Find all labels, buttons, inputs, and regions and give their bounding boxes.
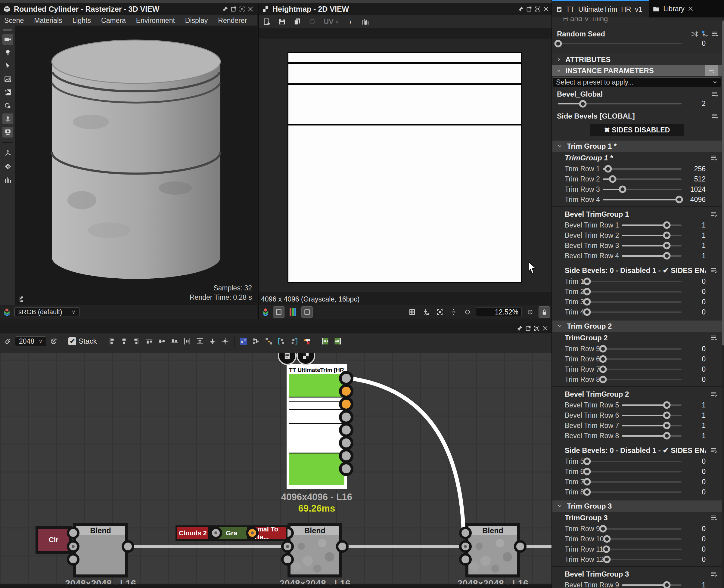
slider-track[interactable] <box>603 528 682 530</box>
stack-toggle[interactable]: ✔Stack <box>66 337 99 345</box>
align-bottom-icon[interactable] <box>169 336 180 346</box>
slider-track[interactable] <box>622 584 682 586</box>
histogram-icon[interactable] <box>2 174 13 185</box>
blend-output-connector[interactable] <box>514 540 526 553</box>
view2d-close-icon[interactable] <box>543 6 550 12</box>
graph-canvas[interactable]: TT UltimateTrim [HR] v1.14096x4096 - L16… <box>0 353 552 584</box>
attributes-section-header[interactable]: ATTRIBUTES <box>552 54 722 65</box>
zoom-out-icon[interactable] <box>462 307 473 317</box>
tt-output-connector-5[interactable] <box>339 423 353 437</box>
slider-handle[interactable] <box>663 242 670 250</box>
snap-grid-icon[interactable] <box>207 336 218 346</box>
align-left-icon[interactable] <box>106 336 117 346</box>
view3d-pin-icon[interactable] <box>222 6 228 12</box>
slider-track[interactable] <box>607 538 682 540</box>
frame-left-icon[interactable] <box>276 336 287 346</box>
slider-handle[interactable] <box>599 376 606 383</box>
slider-track[interactable] <box>603 178 682 180</box>
trim-group-header-1[interactable]: Trim Group 1 * <box>552 140 722 152</box>
tt-output-connector-6[interactable] <box>339 436 353 450</box>
menu-item-renderer[interactable]: Renderer <box>218 17 247 25</box>
slider-handle[interactable] <box>663 222 670 229</box>
colorspace-layers-icon[interactable] <box>261 308 270 317</box>
graph-maximize-icon[interactable] <box>534 325 540 332</box>
list-icon[interactable] <box>709 267 719 274</box>
trim-group-header-3[interactable]: Trim Group 3 <box>552 500 722 512</box>
blend-output-connector[interactable] <box>336 540 349 553</box>
slider-handle[interactable] <box>663 232 670 239</box>
camera-icon[interactable] <box>2 34 13 45</box>
blend-input-connector-3[interactable] <box>281 553 294 566</box>
slider-track[interactable] <box>603 189 682 190</box>
cursor-icon[interactable] <box>2 61 13 71</box>
slider-track[interactable] <box>587 291 682 293</box>
spheres-icon[interactable] <box>2 100 13 111</box>
bevel-global-slider[interactable]: 2 <box>552 99 722 110</box>
slider-handle[interactable] <box>583 468 591 476</box>
tt-output-connector-7[interactable] <box>339 449 353 463</box>
slider-track[interactable] <box>606 549 682 550</box>
blend-output-connector[interactable] <box>122 540 134 553</box>
slider-track[interactable] <box>587 461 682 462</box>
mini-node-bar[interactable]: Clouds 2Grarmal To He... <box>175 525 288 541</box>
slider-handle[interactable] <box>603 536 611 543</box>
view2d-titlebar[interactable]: Heightmap - 2D VIEW <box>258 3 553 15</box>
slider-track[interactable] <box>587 491 682 493</box>
graph-size-select[interactable]: 2048∨ <box>15 336 46 346</box>
menu-item-lights[interactable]: Lights <box>73 17 91 25</box>
menu-item-scene[interactable]: Scene <box>4 17 24 25</box>
environment-icon[interactable] <box>2 74 13 85</box>
graph-close-icon[interactable] <box>542 325 549 332</box>
slider-track[interactable] <box>603 168 682 170</box>
reroute-orange-icon[interactable] <box>263 336 274 346</box>
histogram-icon[interactable] <box>360 16 371 27</box>
slider-handle[interactable] <box>602 546 610 553</box>
slider-track[interactable] <box>622 425 682 426</box>
clr-node[interactable]: Clr <box>36 526 71 554</box>
node-preview-button[interactable] <box>296 353 315 365</box>
slider-handle[interactable] <box>663 252 670 260</box>
slider-track[interactable] <box>603 348 682 350</box>
align-right-icon[interactable] <box>131 336 142 346</box>
axes-icon[interactable] <box>2 148 13 159</box>
tt-output-connector-2[interactable] <box>339 384 353 398</box>
slider-handle[interactable] <box>599 525 606 533</box>
slider-handle[interactable] <box>599 345 606 353</box>
slider-track[interactable] <box>587 281 682 282</box>
zoom-in-icon[interactable] <box>525 307 536 317</box>
node-pins-button[interactable] <box>278 353 296 365</box>
dot-delete-icon[interactable] <box>301 336 312 346</box>
tt-output-connector-1[interactable] <box>339 371 353 385</box>
slider-track[interactable] <box>587 471 682 472</box>
graph-pin-icon[interactable] <box>517 325 523 332</box>
tt-output-connector-8[interactable] <box>339 462 353 476</box>
tab-library[interactable]: Library <box>649 0 697 18</box>
view3d-maximize-icon[interactable] <box>239 6 245 12</box>
align-top-icon[interactable] <box>144 336 155 346</box>
slider-handle[interactable] <box>609 175 617 183</box>
random-seed-slider[interactable]: 0 <box>552 39 722 50</box>
slider-handle[interactable] <box>619 186 626 193</box>
green-node-a-icon[interactable] <box>320 336 331 346</box>
slider-track[interactable] <box>622 435 682 437</box>
copy-icon[interactable] <box>292 16 303 27</box>
menu-item-environment[interactable]: Environment <box>136 17 175 25</box>
slider-track[interactable] <box>607 559 682 560</box>
blend-node-2[interactable]: Blend <box>288 523 342 578</box>
slider-handle[interactable] <box>663 581 670 588</box>
slider-handle[interactable] <box>599 365 606 373</box>
material-icon[interactable] <box>2 87 13 98</box>
slider-track[interactable] <box>603 199 682 201</box>
list-icon[interactable] <box>711 90 719 98</box>
slider-handle[interactable] <box>676 196 683 204</box>
slider-handle[interactable] <box>555 40 562 47</box>
pixel-size-icon[interactable] <box>420 307 431 317</box>
list-icon[interactable] <box>709 446 719 455</box>
wireframe-icon[interactable] <box>2 161 13 172</box>
tt-output-connector-4[interactable] <box>339 410 353 424</box>
list-icon[interactable] <box>709 210 719 218</box>
slider-handle[interactable] <box>663 412 670 419</box>
fit-view-icon[interactable] <box>434 307 445 317</box>
slider-handle[interactable] <box>663 422 670 429</box>
sides-disabled-button[interactable]: ✖ SIDES DISABLED <box>590 124 684 136</box>
